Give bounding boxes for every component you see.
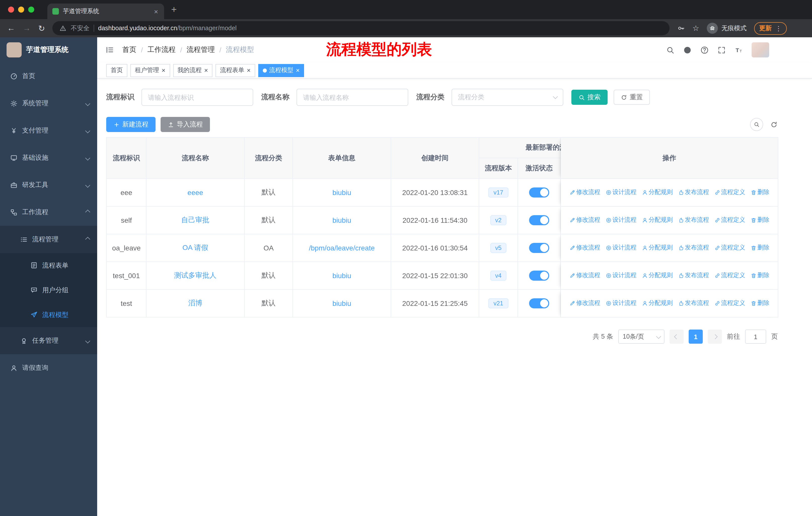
- assign-rule-link[interactable]: 分配规则: [642, 216, 673, 224]
- active-toggle[interactable]: [529, 243, 549, 253]
- reset-button[interactable]: 重置: [614, 90, 650, 105]
- minimize-window-button[interactable]: [18, 6, 24, 12]
- form-info-link[interactable]: biubiu: [332, 299, 351, 307]
- process-category-select[interactable]: 流程分类: [452, 89, 563, 106]
- active-toggle[interactable]: [529, 298, 549, 308]
- delete-process-link[interactable]: 删除: [750, 244, 770, 252]
- tag-my-process[interactable]: 我的流程×: [173, 64, 212, 77]
- search-button[interactable]: 搜索: [571, 90, 608, 105]
- close-icon[interactable]: ×: [296, 67, 300, 74]
- process-definition-link[interactable]: 流程定义: [714, 244, 745, 252]
- process-definition-link[interactable]: 流程定义: [714, 188, 745, 197]
- process-key-input[interactable]: [141, 89, 253, 106]
- delete-process-link[interactable]: 删除: [750, 188, 770, 197]
- tag-process-form[interactable]: 流程表单×: [215, 64, 255, 77]
- process-name-link[interactable]: 滔博: [188, 299, 202, 307]
- close-icon[interactable]: ×: [162, 67, 165, 74]
- active-toggle[interactable]: [529, 215, 549, 225]
- tag-home[interactable]: 首页: [106, 64, 127, 77]
- close-icon[interactable]: ×: [247, 67, 251, 74]
- form-info-link[interactable]: biubiu: [332, 188, 351, 196]
- import-process-button[interactable]: 导入流程: [161, 117, 210, 132]
- tag-process-model[interactable]: 流程模型×: [258, 64, 304, 77]
- delete-process-link[interactable]: 删除: [750, 216, 770, 224]
- edit-process-link[interactable]: 修改流程: [569, 299, 600, 308]
- sidebar-item-home[interactable]: 首页: [0, 62, 97, 90]
- process-name-link[interactable]: OA 请假: [182, 243, 208, 251]
- process-definition-link[interactable]: 流程定义: [714, 216, 745, 224]
- sidebar-item-payment-management[interactable]: 支付管理: [0, 117, 97, 144]
- close-window-button[interactable]: [8, 6, 14, 12]
- process-name-input[interactable]: [296, 89, 408, 106]
- tab-close-icon[interactable]: ×: [153, 7, 159, 16]
- collapse-sidebar-icon[interactable]: [105, 45, 114, 54]
- question-icon[interactable]: [700, 46, 709, 54]
- page-number-button[interactable]: 1: [689, 330, 703, 344]
- assign-rule-link[interactable]: 分配规则: [642, 244, 673, 252]
- maximize-window-button[interactable]: [28, 6, 34, 12]
- process-name-link[interactable]: 自己审批: [181, 216, 209, 224]
- form-info-link[interactable]: biubiu: [332, 272, 351, 280]
- delete-process-link[interactable]: 删除: [750, 271, 770, 280]
- edit-process-link[interactable]: 修改流程: [569, 216, 600, 224]
- edit-process-link[interactable]: 修改流程: [569, 271, 600, 280]
- active-toggle[interactable]: [529, 271, 549, 281]
- page-size-select[interactable]: 10条/页: [618, 330, 665, 344]
- edit-process-link[interactable]: 修改流程: [569, 188, 600, 197]
- sidebar-item-dev-tools[interactable]: 研发工具: [0, 171, 97, 198]
- sidebar-logo[interactable]: 芋道管理系统: [0, 37, 97, 62]
- edit-process-link[interactable]: 修改流程: [569, 244, 600, 252]
- reload-button[interactable]: ↻: [38, 23, 45, 33]
- browser-tab[interactable]: 芋道管理系统 ×: [47, 3, 164, 19]
- form-info-link[interactable]: biubiu: [332, 216, 351, 224]
- sidebar-item-process-model[interactable]: 流程模型: [0, 302, 97, 327]
- publish-process-link[interactable]: 发布流程: [678, 244, 709, 252]
- user-avatar[interactable]: [752, 42, 769, 57]
- forward-button[interactable]: →: [23, 24, 31, 33]
- breadcrumb-item[interactable]: 工作流程: [147, 45, 176, 54]
- sidebar-item-system-management[interactable]: 系统管理: [0, 90, 97, 117]
- design-process-link[interactable]: 设计流程: [605, 299, 637, 308]
- design-process-link[interactable]: 设计流程: [605, 188, 637, 197]
- active-toggle[interactable]: [529, 187, 549, 197]
- process-name-link[interactable]: 测试多审批人: [174, 271, 216, 279]
- publish-process-link[interactable]: 发布流程: [678, 188, 709, 197]
- github-icon[interactable]: [683, 46, 692, 54]
- publish-process-link[interactable]: 发布流程: [678, 216, 709, 224]
- next-page-button[interactable]: [708, 330, 722, 344]
- sidebar-item-workflow[interactable]: 工作流程: [0, 198, 97, 226]
- tag-tenant-management[interactable]: 租户管理×: [130, 64, 170, 77]
- publish-process-link[interactable]: 发布流程: [678, 271, 709, 280]
- show-search-button[interactable]: [750, 118, 763, 131]
- create-process-button[interactable]: 新建流程: [106, 117, 155, 132]
- breadcrumb-item[interactable]: 首页: [122, 45, 137, 54]
- sidebar-item-task-management[interactable]: 任务管理: [0, 327, 97, 354]
- assign-rule-link[interactable]: 分配规则: [642, 299, 673, 308]
- refresh-table-button[interactable]: [770, 121, 778, 128]
- design-process-link[interactable]: 设计流程: [605, 216, 637, 224]
- prev-page-button[interactable]: [670, 330, 684, 344]
- sidebar-item-leave-query[interactable]: 请假查询: [0, 354, 97, 381]
- search-icon[interactable]: [666, 46, 674, 54]
- sidebar-item-user-group[interactable]: 用户分组: [0, 278, 97, 302]
- close-icon[interactable]: ×: [204, 67, 208, 74]
- process-definition-link[interactable]: 流程定义: [714, 299, 745, 308]
- font-size-icon[interactable]: [734, 46, 743, 54]
- more-dots-icon[interactable]: ⋮: [775, 24, 782, 32]
- browser-update-button[interactable]: 更新 ⋮: [754, 22, 787, 34]
- sidebar-item-process-form[interactable]: 流程表单: [0, 253, 97, 278]
- assign-rule-link[interactable]: 分配规则: [642, 188, 673, 197]
- sidebar-item-infrastructure[interactable]: 基础设施: [0, 144, 97, 171]
- goto-page-input[interactable]: [745, 330, 766, 344]
- form-info-link[interactable]: /bpm/oa/leave/create: [309, 244, 375, 252]
- delete-process-link[interactable]: 删除: [750, 299, 770, 308]
- design-process-link[interactable]: 设计流程: [605, 271, 637, 280]
- publish-process-link[interactable]: 发布流程: [678, 299, 709, 308]
- process-definition-link[interactable]: 流程定义: [714, 271, 745, 280]
- bookmark-star-icon[interactable]: ☆: [692, 24, 699, 33]
- design-process-link[interactable]: 设计流程: [605, 244, 637, 252]
- process-name-link[interactable]: eeee: [187, 188, 203, 196]
- sidebar-item-process-management[interactable]: 流程管理: [0, 226, 97, 253]
- address-bar[interactable]: 不安全 dashboard.yudao.iocoder.cn/bpm/manag…: [53, 21, 669, 35]
- key-icon[interactable]: [677, 24, 685, 32]
